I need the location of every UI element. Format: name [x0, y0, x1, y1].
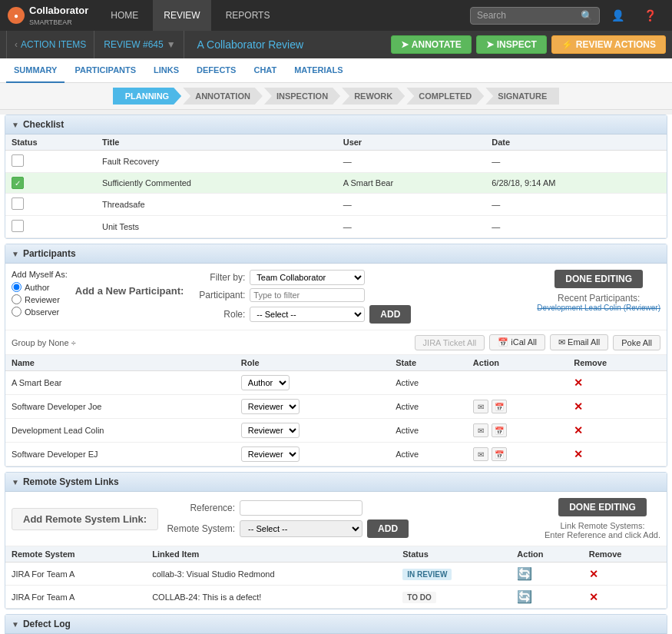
status-badge: IN REVIEW — [402, 569, 452, 580]
remote-done-editing-button[interactable]: DONE EDITING — [558, 498, 647, 516]
recent-done-area: DONE EDITING Recent Participants: Develo… — [537, 270, 660, 312]
review-number[interactable]: REVIEW #645 ▼ — [96, 31, 184, 58]
phase-signature[interactable]: SIGNATURE — [485, 88, 559, 105]
checklist-date: — — [485, 194, 667, 216]
role-reviewer[interactable]: Reviewer — [12, 294, 68, 304]
done-editing-button[interactable]: DONE EDITING — [554, 270, 643, 288]
remote-form: Add Remote System Link: Reference: Remot… — [5, 492, 667, 546]
participants-header[interactable]: ▼ Participants — [5, 244, 667, 264]
tab-participants[interactable]: PARTICIPANTS — [67, 58, 144, 83]
calendar-action[interactable]: 📅 — [492, 400, 507, 413]
email-action[interactable]: ✉ — [473, 423, 488, 437]
email-action[interactable]: ✉ — [473, 447, 488, 461]
action-items-link[interactable]: ‹ ACTION ITEMS — [6, 31, 94, 58]
participant-row: Software Developer EJ Reviewer Active ✉ … — [5, 443, 667, 466]
jira-ticket-all-button[interactable]: JIRA Ticket All — [415, 335, 485, 350]
remote-system-label: Remote System: — [166, 523, 235, 534]
tab-summary[interactable]: SUMMARY — [6, 58, 65, 83]
nav-reports[interactable]: REPORTS — [215, 0, 281, 31]
role-observer[interactable]: Observer — [12, 307, 68, 317]
participant-row: Software Developer Joe Reviewer Active ✉… — [5, 395, 667, 419]
remove-button[interactable]: ✕ — [589, 568, 598, 580]
checkbox-commented[interactable]: ✓ — [12, 177, 24, 189]
ical-all-button[interactable]: 📅 iCal All — [489, 334, 545, 350]
review-actions-button[interactable]: ⚡ REVIEW ACTIONS — [551, 35, 666, 54]
annotate-button[interactable]: ➤ ANNOTATE — [391, 35, 472, 54]
phase-annotation[interactable]: ANNOTATION — [183, 88, 263, 105]
inspect-icon: ➤ — [486, 39, 494, 50]
role-author[interactable]: Author — [12, 282, 68, 292]
reference-input[interactable] — [240, 500, 362, 516]
add-remote-button[interactable]: ADD — [367, 519, 409, 538]
user-icon[interactable]: 👤 — [604, 9, 632, 22]
nav-review[interactable]: REVIEW — [153, 0, 210, 31]
remove-button[interactable]: ✕ — [574, 424, 583, 436]
role-select-reviewer[interactable]: Reviewer — [241, 399, 300, 414]
remove-button[interactable]: ✕ — [574, 400, 583, 413]
checkbox-threadsafe[interactable] — [12, 198, 24, 210]
role-radio-group: Author Reviewer Observer — [12, 282, 68, 317]
refresh-icon[interactable]: 🔄 — [517, 567, 532, 580]
participant-state: Active — [389, 419, 467, 443]
phase-planning[interactable]: PLANNING — [113, 88, 181, 105]
email-all-button[interactable]: ✉ Email All — [550, 334, 608, 350]
participant-table: Name Role State Action Remove A Smart Be… — [5, 355, 667, 466]
remote-links-header[interactable]: ▼ Remote System Links — [5, 473, 667, 492]
defect-log-header[interactable]: ▼ Defect Log — [5, 615, 667, 634]
role-select-reviewer[interactable]: Reviewer — [241, 446, 300, 462]
remote-row: JIRA For Team A collab-3: Visual Studio … — [5, 563, 667, 586]
phase-rework[interactable]: REWORK — [342, 88, 405, 105]
remote-table: Remote System Linked Item Status Action … — [5, 546, 667, 609]
remove-button[interactable]: ✕ — [574, 448, 583, 460]
participant-row: Development Lead Colin Reviewer Active ✉… — [5, 419, 667, 443]
role-select-author[interactable]: Author — [241, 375, 290, 390]
search-input[interactable] — [477, 10, 577, 21]
add-participant-button[interactable]: ADD — [369, 305, 411, 324]
search-box[interactable]: 🔍 — [470, 7, 600, 25]
action-icons: ✉ 📅 — [473, 400, 561, 413]
participant-input[interactable] — [250, 288, 365, 302]
lightning-icon: ⚡ — [561, 39, 573, 50]
recent-participants: Recent Participants: Development Lead Co… — [537, 293, 660, 312]
phase-bar: PLANNING ANNOTATION INSPECTION REWORK CO… — [0, 83, 672, 110]
main-content: ▼ Checklist Status Title User Date Fault… — [0, 115, 672, 634]
collapse-icon: ▼ — [12, 478, 19, 486]
tab-defects[interactable]: DEFECTS — [189, 58, 243, 83]
help-icon[interactable]: ❓ — [636, 9, 664, 22]
tab-materials[interactable]: MATERIALS — [286, 58, 350, 83]
tab-chat[interactable]: CHAT — [246, 58, 284, 83]
participant-name: Software Developer Joe — [5, 395, 235, 419]
filter-by-select[interactable]: Team Collaborator — [250, 270, 365, 285]
checklist-table: Status Title User Date Fault Recovery — … — [5, 134, 667, 238]
remove-button[interactable]: ✕ — [589, 591, 598, 603]
calendar-action[interactable]: 📅 — [492, 447, 507, 461]
participant-name: A Smart Bear — [5, 371, 235, 395]
checkbox-unit-tests[interactable] — [12, 220, 24, 232]
refresh-icon[interactable]: 🔄 — [517, 590, 532, 603]
remove-button[interactable]: ✕ — [574, 377, 583, 389]
add-myself-area: Add Myself As: Author Reviewer Observer — [12, 270, 68, 317]
top-navigation: ● Collaborator SMARTBEAR HOME REVIEW REP… — [0, 0, 672, 31]
inspect-button[interactable]: ➤ INSPECT — [476, 35, 547, 54]
remote-system-name: JIRA For Team A — [5, 586, 146, 609]
col-status: Status — [5, 134, 96, 151]
participant-state: Active — [389, 371, 467, 395]
role-select[interactable]: -- Select -- — [250, 307, 365, 322]
email-action[interactable]: ✉ — [473, 400, 488, 413]
add-participant-label: Add a New Participant: — [75, 270, 184, 297]
checkbox-fault-recovery[interactable] — [12, 154, 24, 167]
checklist-date: — — [485, 216, 667, 238]
sub-navigation: ‹ ACTION ITEMS REVIEW #645 ▼ A Collabora… — [0, 31, 672, 58]
tab-links[interactable]: LINKS — [146, 58, 187, 83]
phase-completed[interactable]: COMPLETED — [406, 88, 484, 105]
remote-form-label: Add Remote System Link: — [12, 508, 158, 530]
col-name: Name — [5, 355, 235, 371]
checklist-header[interactable]: ▼ Checklist — [5, 115, 667, 134]
role-select-reviewer[interactable]: Reviewer — [241, 423, 300, 438]
poke-all-button[interactable]: Poke All — [613, 335, 660, 350]
calendar-action[interactable]: 📅 — [492, 423, 507, 437]
checklist-row: Threadsafe — — — [5, 194, 667, 216]
phase-inspection[interactable]: INSPECTION — [264, 88, 340, 105]
nav-home[interactable]: HOME — [100, 0, 149, 31]
remote-system-select[interactable]: -- Select -- — [240, 520, 362, 537]
